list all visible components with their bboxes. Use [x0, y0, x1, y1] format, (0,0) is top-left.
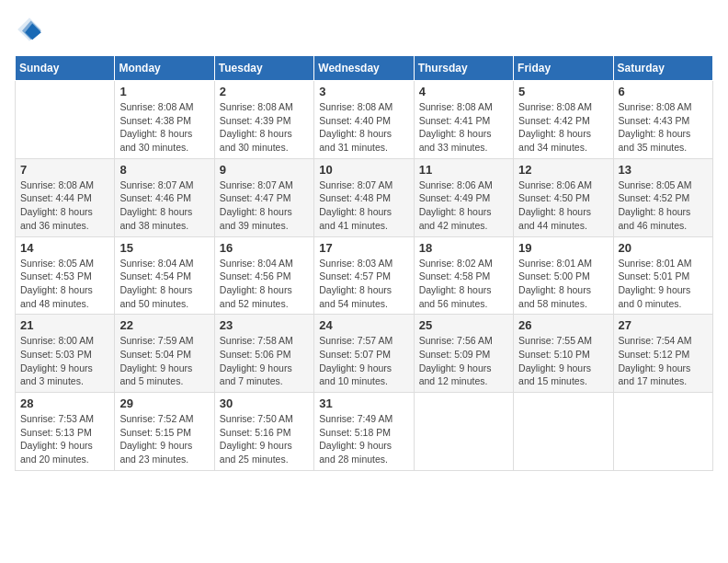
day-number: 19	[518, 241, 608, 255]
calendar-cell: 29Sunrise: 7:52 AM Sunset: 5:15 PM Dayli…	[115, 393, 214, 471]
day-number: 12	[518, 163, 608, 177]
day-number: 11	[419, 163, 508, 177]
calendar-cell	[514, 393, 613, 471]
day-number: 31	[319, 396, 408, 410]
calendar-cell: 26Sunrise: 7:55 AM Sunset: 5:10 PM Dayli…	[514, 315, 613, 393]
day-number: 30	[220, 396, 309, 410]
calendar-cell: 10Sunrise: 8:07 AM Sunset: 4:48 PM Dayli…	[314, 158, 414, 236]
day-number: 26	[518, 318, 608, 332]
day-number: 24	[319, 318, 408, 332]
day-info: Sunrise: 8:07 AM Sunset: 4:48 PM Dayligh…	[319, 178, 408, 233]
day-info: Sunrise: 8:08 AM Sunset: 4:43 PM Dayligh…	[619, 100, 708, 155]
calendar-cell: 8Sunrise: 8:07 AM Sunset: 4:46 PM Daylig…	[115, 158, 214, 236]
day-number: 23	[220, 318, 309, 332]
calendar-cell: 7Sunrise: 8:08 AM Sunset: 4:44 PM Daylig…	[16, 158, 115, 236]
day-number: 7	[20, 163, 109, 177]
calendar-cell: 23Sunrise: 7:58 AM Sunset: 5:06 PM Dayli…	[214, 315, 313, 393]
day-info: Sunrise: 8:08 AM Sunset: 4:44 PM Dayligh…	[20, 178, 109, 233]
day-info: Sunrise: 8:06 AM Sunset: 4:49 PM Dayligh…	[419, 178, 508, 233]
calendar-cell: 21Sunrise: 8:00 AM Sunset: 5:03 PM Dayli…	[16, 315, 115, 393]
day-number: 5	[518, 85, 608, 98]
calendar: SundayMondayTuesdayWednesdayThursdayFrid…	[15, 55, 713, 471]
day-number: 20	[619, 241, 708, 255]
calendar-body: 1Sunrise: 8:08 AM Sunset: 4:38 PM Daylig…	[16, 81, 713, 471]
day-number: 17	[319, 241, 408, 255]
calendar-cell: 16Sunrise: 8:04 AM Sunset: 4:56 PM Dayli…	[214, 236, 313, 315]
day-number: 22	[119, 318, 209, 332]
day-info: Sunrise: 8:02 AM Sunset: 4:58 PM Dayligh…	[419, 257, 508, 311]
calendar-cell	[16, 81, 115, 159]
calendar-cell: 13Sunrise: 8:05 AM Sunset: 4:52 PM Dayli…	[613, 158, 712, 236]
calendar-cell: 25Sunrise: 7:56 AM Sunset: 5:09 PM Dayli…	[414, 315, 513, 393]
calendar-cell: 12Sunrise: 8:06 AM Sunset: 4:50 PM Dayli…	[514, 158, 613, 236]
day-info: Sunrise: 8:08 AM Sunset: 4:38 PM Dayligh…	[119, 100, 209, 155]
day-number: 1	[119, 85, 209, 98]
day-number: 16	[220, 241, 309, 255]
day-info: Sunrise: 8:08 AM Sunset: 4:40 PM Dayligh…	[319, 100, 408, 155]
calendar-cell	[414, 393, 513, 471]
day-of-week-header: Saturday	[613, 56, 712, 81]
calendar-cell: 28Sunrise: 7:53 AM Sunset: 5:13 PM Dayli…	[16, 393, 115, 471]
day-number: 13	[619, 163, 708, 177]
days-of-week-row: SundayMondayTuesdayWednesdayThursdayFrid…	[16, 56, 713, 81]
day-number: 28	[20, 396, 109, 410]
calendar-cell: 2Sunrise: 8:08 AM Sunset: 4:39 PM Daylig…	[214, 81, 313, 159]
day-info: Sunrise: 8:05 AM Sunset: 4:52 PM Dayligh…	[619, 178, 708, 233]
day-of-week-header: Thursday	[414, 56, 513, 81]
day-info: Sunrise: 7:55 AM Sunset: 5:10 PM Dayligh…	[518, 334, 608, 388]
day-number: 14	[20, 241, 109, 255]
day-of-week-header: Tuesday	[214, 56, 313, 81]
day-info: Sunrise: 8:08 AM Sunset: 4:41 PM Dayligh…	[419, 100, 508, 155]
day-info: Sunrise: 7:56 AM Sunset: 5:09 PM Dayligh…	[419, 334, 508, 388]
day-info: Sunrise: 8:01 AM Sunset: 5:01 PM Dayligh…	[619, 257, 708, 311]
day-info: Sunrise: 7:53 AM Sunset: 5:13 PM Dayligh…	[20, 412, 109, 466]
day-number: 29	[119, 396, 209, 410]
calendar-cell: 24Sunrise: 7:57 AM Sunset: 5:07 PM Dayli…	[314, 315, 414, 393]
day-number: 18	[419, 241, 508, 255]
calendar-cell: 15Sunrise: 8:04 AM Sunset: 4:54 PM Dayli…	[115, 236, 214, 315]
day-of-week-header: Monday	[115, 56, 214, 81]
day-info: Sunrise: 8:03 AM Sunset: 4:57 PM Dayligh…	[319, 257, 408, 311]
day-info: Sunrise: 8:07 AM Sunset: 4:47 PM Dayligh…	[220, 178, 309, 233]
calendar-cell: 17Sunrise: 8:03 AM Sunset: 4:57 PM Dayli…	[314, 236, 414, 315]
day-number: 27	[619, 318, 708, 332]
calendar-cell: 9Sunrise: 8:07 AM Sunset: 4:47 PM Daylig…	[214, 158, 313, 236]
day-info: Sunrise: 8:06 AM Sunset: 4:50 PM Dayligh…	[518, 178, 608, 233]
day-info: Sunrise: 8:07 AM Sunset: 4:46 PM Dayligh…	[119, 178, 209, 233]
day-info: Sunrise: 7:52 AM Sunset: 5:15 PM Dayligh…	[119, 412, 209, 466]
calendar-week-row: 28Sunrise: 7:53 AM Sunset: 5:13 PM Dayli…	[16, 393, 713, 471]
day-info: Sunrise: 8:05 AM Sunset: 4:53 PM Dayligh…	[20, 257, 109, 311]
day-info: Sunrise: 7:49 AM Sunset: 5:18 PM Dayligh…	[319, 412, 408, 466]
calendar-week-row: 21Sunrise: 8:00 AM Sunset: 5:03 PM Dayli…	[16, 315, 713, 393]
day-info: Sunrise: 8:01 AM Sunset: 5:00 PM Dayligh…	[518, 257, 608, 311]
calendar-cell: 19Sunrise: 8:01 AM Sunset: 5:00 PM Dayli…	[514, 236, 613, 315]
page-header	[15, 15, 713, 44]
calendar-cell: 18Sunrise: 8:02 AM Sunset: 4:58 PM Dayli…	[414, 236, 513, 315]
day-info: Sunrise: 8:04 AM Sunset: 4:54 PM Dayligh…	[119, 257, 209, 311]
day-number: 8	[119, 163, 209, 177]
day-info: Sunrise: 8:00 AM Sunset: 5:03 PM Dayligh…	[20, 334, 109, 388]
calendar-cell: 3Sunrise: 8:08 AM Sunset: 4:40 PM Daylig…	[314, 81, 414, 159]
day-of-week-header: Friday	[514, 56, 613, 81]
calendar-cell: 11Sunrise: 8:06 AM Sunset: 4:49 PM Dayli…	[414, 158, 513, 236]
day-number: 6	[619, 85, 708, 98]
calendar-cell: 22Sunrise: 7:59 AM Sunset: 5:04 PM Dayli…	[115, 315, 214, 393]
day-number: 3	[319, 85, 408, 98]
day-number: 21	[20, 318, 109, 332]
day-info: Sunrise: 8:04 AM Sunset: 4:56 PM Dayligh…	[220, 257, 309, 311]
day-info: Sunrise: 7:54 AM Sunset: 5:12 PM Dayligh…	[619, 334, 708, 388]
day-number: 15	[119, 241, 209, 255]
day-number: 9	[220, 163, 309, 177]
calendar-week-row: 7Sunrise: 8:08 AM Sunset: 4:44 PM Daylig…	[16, 158, 713, 236]
calendar-cell: 14Sunrise: 8:05 AM Sunset: 4:53 PM Dayli…	[16, 236, 115, 315]
logo	[15, 15, 48, 44]
day-number: 4	[419, 85, 508, 98]
calendar-cell: 4Sunrise: 8:08 AM Sunset: 4:41 PM Daylig…	[414, 81, 513, 159]
day-info: Sunrise: 8:08 AM Sunset: 4:39 PM Dayligh…	[220, 100, 309, 155]
logo-icon	[15, 15, 44, 44]
calendar-header: SundayMondayTuesdayWednesdayThursdayFrid…	[16, 56, 713, 81]
calendar-cell	[613, 393, 712, 471]
calendar-week-row: 14Sunrise: 8:05 AM Sunset: 4:53 PM Dayli…	[16, 236, 713, 315]
day-number: 2	[220, 85, 309, 98]
day-number: 25	[419, 318, 508, 332]
